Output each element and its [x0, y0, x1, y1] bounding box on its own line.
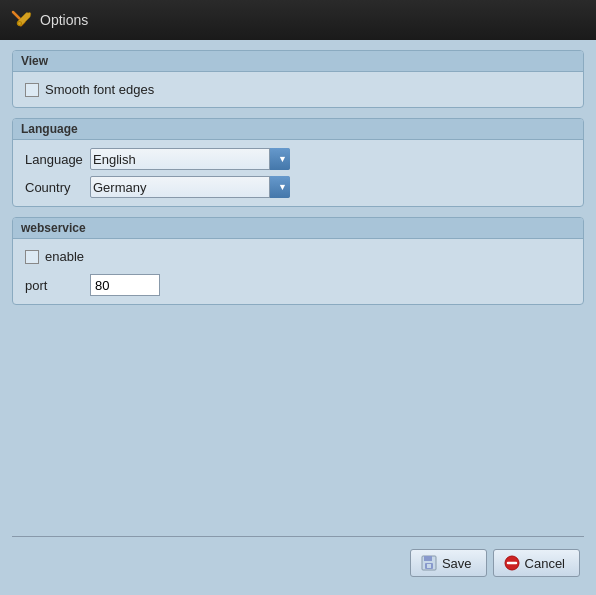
webservice-section-body: enable port: [13, 239, 583, 304]
title-bar: Options: [0, 0, 596, 40]
language-section-header: Language: [13, 119, 583, 140]
country-row: Country Germany United States United Kin…: [25, 176, 571, 198]
button-bar: Save Cancel: [12, 541, 584, 585]
smooth-font-edges-label: Smooth font edges: [45, 82, 154, 97]
save-icon: [421, 555, 437, 571]
port-label: port: [25, 278, 90, 293]
save-button[interactable]: Save: [410, 549, 487, 577]
svg-rect-6: [427, 564, 431, 568]
smooth-font-edges-row: Smooth font edges: [25, 80, 571, 99]
language-section: Language Language English German French …: [12, 118, 584, 207]
view-section-header: View: [13, 51, 583, 72]
cancel-button[interactable]: Cancel: [493, 549, 580, 577]
webservice-section-header: webservice: [13, 218, 583, 239]
button-divider: [12, 536, 584, 537]
content-spacer: [12, 315, 584, 536]
smooth-font-edges-checkbox[interactable]: [25, 83, 39, 97]
language-section-body: Language English German French Spanish C…: [13, 140, 583, 206]
cancel-label: Cancel: [525, 556, 565, 571]
language-label: Language: [25, 152, 90, 167]
country-select-wrapper: Germany United States United Kingdom Fra…: [90, 176, 290, 198]
save-label: Save: [442, 556, 472, 571]
view-section: View Smooth font edges: [12, 50, 584, 108]
language-select[interactable]: English German French Spanish: [90, 148, 290, 170]
enable-label: enable: [45, 249, 84, 264]
dialog-content: View Smooth font edges Language Language…: [0, 40, 596, 595]
country-select[interactable]: Germany United States United Kingdom Fra…: [90, 176, 290, 198]
view-section-body: Smooth font edges: [13, 72, 583, 107]
port-row: port: [25, 274, 571, 296]
language-select-wrapper: English German French Spanish: [90, 148, 290, 170]
language-row: Language English German French Spanish: [25, 148, 571, 170]
enable-row: enable: [25, 247, 571, 266]
port-input[interactable]: [90, 274, 160, 296]
app-icon: [10, 9, 32, 31]
webservice-section: webservice enable port: [12, 217, 584, 305]
svg-rect-4: [424, 556, 432, 561]
dialog-title: Options: [40, 12, 88, 28]
enable-checkbox[interactable]: [25, 250, 39, 264]
country-label: Country: [25, 180, 90, 195]
cancel-icon: [504, 555, 520, 571]
